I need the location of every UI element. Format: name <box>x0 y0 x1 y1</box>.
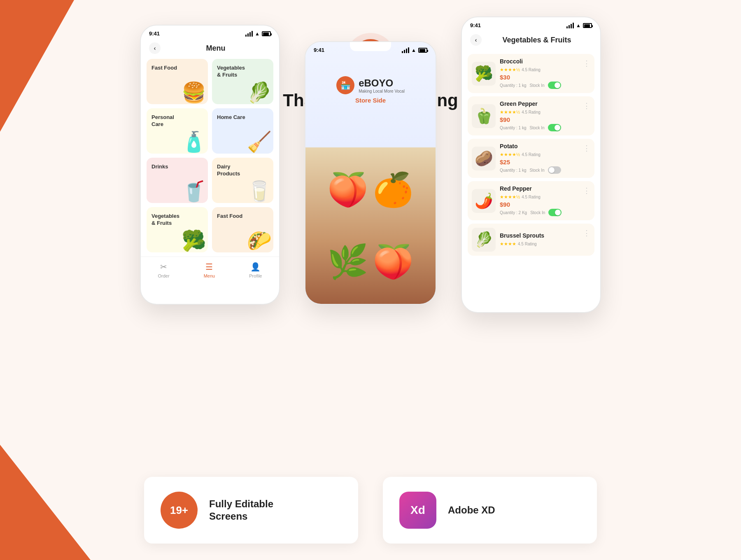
veg-fruits-emoji: 🥬 <box>247 83 272 103</box>
potato-stars: ★★★★½ <box>500 152 520 157</box>
red-pepper-name: Red Pepper <box>500 185 579 192</box>
xd-logo: Xd <box>399 492 436 529</box>
pepper-img: 🫑 <box>472 104 496 128</box>
red-pepper-img: 🌶️ <box>472 189 496 213</box>
menu-header: ‹ Menu <box>141 39 279 59</box>
time-center: 9:41 <box>314 47 324 53</box>
eboyo-logo: 🏪 eBOYO Making Local More Vocal <box>336 76 405 94</box>
wifi-icon-c: ▲ <box>411 47 416 53</box>
dairy-label: DairyProducts <box>217 163 268 177</box>
time-right: 9:41 <box>470 22 481 28</box>
screens-main: Fully Editable <box>209 498 273 510</box>
nav-order[interactable]: ✂ Order <box>158 262 170 278</box>
personal-care-label: PersonalCare <box>151 114 203 128</box>
broccoli-info: Broccoli ★★★★½4.5 Rating $30 Quantity : … <box>500 58 579 89</box>
potato-rating: 4.5 Rating <box>522 152 541 157</box>
red-pepper-toggle[interactable] <box>548 209 562 216</box>
store-side-label: Store Side <box>355 97 386 104</box>
brussel-more[interactable]: ⋮ <box>583 229 590 238</box>
menu-card-personal-care[interactable]: PersonalCare 🧴 <box>147 108 208 154</box>
nav-order-label: Order <box>158 273 170 278</box>
potato-meta: Quantity : 1 kg Stock In <box>500 166 579 174</box>
bottom-nav: ✂ Order ☰ Menu 👤 Profile <box>141 257 279 282</box>
product-list: 🥦 Broccoli ★★★★½4.5 Rating $30 Quantity … <box>462 51 600 259</box>
broccoli-toggle[interactable] <box>548 82 561 89</box>
editable-screens-card: 19+ Fully Editable Screens <box>144 477 358 544</box>
red-pepper-more[interactable]: ⋮ <box>583 186 590 195</box>
order-icon: ✂ <box>160 262 167 272</box>
menu-card-veg2[interactable]: Vegetables& Fruits 🥦 <box>147 207 208 252</box>
broccoli-rating: 4.5 Rating <box>522 68 541 72</box>
potato-toggle[interactable] <box>548 166 561 174</box>
red-pepper-stars: ★★★★½ <box>500 194 520 199</box>
home-care-emoji: 🧹 <box>247 132 272 152</box>
logo-text: eBOYO Making Local More Vocal <box>359 77 405 93</box>
menu-card-fast-food[interactable]: Fast Food 🍔 <box>147 59 208 104</box>
menu-card-drinks[interactable]: Drinks 🥤 <box>147 158 208 203</box>
status-icons-right: ▲ <box>566 23 592 28</box>
phones-section: 9:41 ▲ ‹ Menu Fast Food 🍔 Vegetables& Fr… <box>0 0 741 313</box>
bottom-section: 19+ Fully Editable Screens Xd Adobe XD <box>0 477 741 544</box>
potato-info: Potato ★★★★½4.5 Rating $25 Quantity : 1 … <box>500 143 579 174</box>
xd-label: Adobe XD <box>448 504 495 516</box>
menu-card-fast-food2[interactable]: Fast Food 🌮 <box>212 207 273 252</box>
pepper-name: Green Pepper <box>500 100 579 107</box>
pepper-info: Green Pepper ★★★★½4.5 Rating $90 Quantit… <box>500 100 579 131</box>
status-bar-right: 9:41 ▲ <box>462 17 600 31</box>
menu-card-home-care[interactable]: Home Care 🧹 <box>212 108 273 154</box>
left-phone: 9:41 ▲ ‹ Menu Fast Food 🍔 Vegetables& Fr… <box>140 25 280 305</box>
potato-name: Potato <box>500 143 579 149</box>
menu-icon: ☰ <box>205 262 213 272</box>
brussel-img: 🥬 <box>472 228 496 252</box>
product-broccoli[interactable]: 🥦 Broccoli ★★★★½4.5 Rating $30 Quantity … <box>468 54 594 93</box>
fast-food2-emoji: 🌮 <box>247 231 272 251</box>
fast-food-emoji: 🍔 <box>182 83 206 103</box>
battery-icon-c <box>418 48 427 53</box>
veg2-emoji: 🥦 <box>182 231 206 251</box>
wifi-icon: ▲ <box>255 31 260 37</box>
nav-menu-label: Menu <box>204 273 215 278</box>
screens-count: 19+ <box>170 504 188 517</box>
menu-card-dairy[interactable]: DairyProducts 🥛 <box>212 158 273 203</box>
signal-icon-r <box>566 23 574 28</box>
broccoli-more[interactable]: ⋮ <box>583 59 590 68</box>
product-red-pepper[interactable]: 🌶️ Red Pepper ★★★★½4.5 Rating $90 Quanti… <box>468 181 594 220</box>
potato-more[interactable]: ⋮ <box>583 144 590 153</box>
xd-label-block: Adobe XD <box>448 504 495 516</box>
product-brussel[interactable]: 🥬 Brussel Sprouts ★★★★4.5 Rating ⋮ <box>468 224 594 256</box>
drinks-emoji: 🥤 <box>182 182 206 201</box>
center-phone: 9:41 ▲ 🏪 eBOYO Making Local More Vocal <box>305 41 436 305</box>
nav-profile[interactable]: 👤 Profile <box>249 262 262 278</box>
nav-menu[interactable]: ☰ Menu <box>204 262 215 278</box>
product-green-pepper[interactable]: 🫑 Green Pepper ★★★★½4.5 Rating $90 Quant… <box>468 96 594 135</box>
wifi-icon-r: ▲ <box>576 23 581 28</box>
signal-icon-c <box>402 47 409 53</box>
time-left: 9:41 <box>149 30 160 37</box>
pepper-rating: 4.5 Rating <box>522 110 541 114</box>
pepper-meta: Quantity : 1 kg Stock In <box>500 124 579 131</box>
menu-card-veg-fruits[interactable]: Vegetables& Fruits 🥬 <box>212 59 273 104</box>
pepper-price: $90 <box>500 116 579 123</box>
broccoli-img: 🥦 <box>472 62 496 86</box>
veg-back-button[interactable]: ‹ <box>470 34 482 46</box>
fruit-imagery: 🍑🍊🌿🍑 <box>305 147 436 304</box>
veg2-label: Vegetables& Fruits <box>151 213 203 227</box>
splash-screen: 9:41 ▲ 🏪 eBOYO Making Local More Vocal <box>305 42 436 304</box>
screens-count-circle: 19+ <box>161 492 198 529</box>
product-potato[interactable]: 🥔 Potato ★★★★½4.5 Rating $25 Quantity : … <box>468 139 594 178</box>
fast-food-label: Fast Food <box>151 65 203 72</box>
nav-profile-label: Profile <box>249 273 262 278</box>
potato-img: 🥔 <box>472 147 496 170</box>
pepper-toggle[interactable] <box>548 124 561 131</box>
menu-grid: Fast Food 🍔 Vegetables& Fruits 🥬 Persona… <box>141 59 279 257</box>
pepper-more[interactable]: ⋮ <box>583 101 590 110</box>
screens-sub: Screens <box>209 511 273 522</box>
signal-icon <box>245 31 253 37</box>
red-pepper-meta: Quantity : 2 Kg Stock In <box>500 209 579 216</box>
battery-icon <box>262 31 271 36</box>
status-icons-left: ▲ <box>245 31 271 37</box>
phone-notch <box>350 42 391 51</box>
back-button[interactable]: ‹ <box>149 42 161 54</box>
status-icons-center: ▲ <box>402 47 427 53</box>
brussel-info: Brussel Sprouts ★★★★4.5 Rating <box>500 232 579 247</box>
